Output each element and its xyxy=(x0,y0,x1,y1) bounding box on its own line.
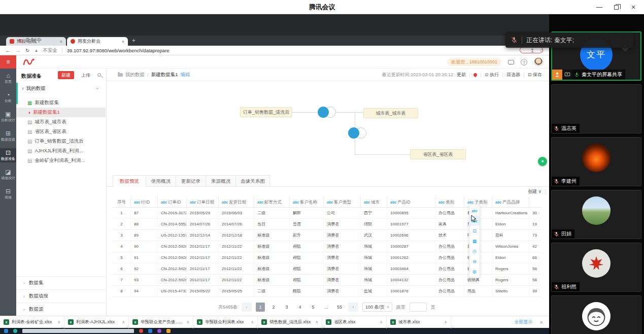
tree-item[interactable]: ▤省区表_省区表 xyxy=(16,127,106,137)
edit-link[interactable]: 编辑 xyxy=(180,72,190,78)
start-button-icon[interactable] xyxy=(4,329,8,333)
back-icon[interactable]: ← xyxy=(5,47,11,53)
tab-使用概况[interactable]: 使用概况 xyxy=(146,175,176,187)
chevron-up-icon[interactable]: ∧ xyxy=(122,320,125,324)
panel-section-数据源[interactable]: ›数据源 xyxy=(16,303,106,316)
page-3[interactable]: 3 xyxy=(282,303,291,312)
message-icon[interactable] xyxy=(508,60,514,64)
taskbar-search-box[interactable] xyxy=(22,329,134,333)
minimize-icon[interactable]: — xyxy=(596,4,603,11)
page-2[interactable]: 2 xyxy=(269,303,278,312)
windows-taskbar[interactable] xyxy=(0,328,549,334)
url-text[interactable]: 39.107.92.97:8080/web/workbench/dataprep… xyxy=(67,48,170,53)
column-header[interactable]: abc产品品牌 xyxy=(492,197,529,208)
column-header[interactable]: abc邮寄方式 xyxy=(254,197,290,208)
page-...[interactable]: ... xyxy=(322,303,331,312)
page-55[interactable]: 55 xyxy=(335,303,344,312)
security-label[interactable]: 不安全 xyxy=(43,47,57,54)
save-button[interactable]: ⊡ 保存 xyxy=(528,72,542,78)
add-folder-icon[interactable]: + xyxy=(96,85,99,91)
jump-page-input[interactable] xyxy=(410,303,427,312)
calendar-type-icon[interactable]: ▦ xyxy=(469,236,480,246)
chevron-up-icon[interactable]: ∧ xyxy=(57,320,60,324)
join-node-icon[interactable] xyxy=(318,107,336,118)
taskbar-app-icon[interactable] xyxy=(139,329,143,333)
tab-更新记录[interactable]: 更新记录 xyxy=(176,175,206,187)
page-1[interactable]: 1 xyxy=(256,303,265,312)
participant-tile[interactable]: 田娟 xyxy=(551,190,641,239)
filter-button[interactable]: 筛选器 xyxy=(506,72,520,78)
taskbar-app-icon[interactable] xyxy=(148,329,152,333)
download-file-tab[interactable]: x华预联众利润表.xlsx∧ xyxy=(193,316,258,328)
prev-page-icon[interactable]: ‹ xyxy=(242,303,252,312)
sidebar-item-7[interactable]: ⊟填报 xyxy=(0,187,16,201)
participant-tile[interactable]: 温志英 xyxy=(551,84,641,133)
tree-root[interactable]: ∨我的数据 xyxy=(21,85,46,92)
download-file-tab[interactable]: x利润表-AJHXJL.xlsx∧ xyxy=(64,316,129,328)
abc-type-icon[interactable]: abc xyxy=(469,206,480,216)
download-file-tab[interactable]: x销售数据_清洗后.xlsx∧ xyxy=(258,316,322,328)
column-header[interactable]: 序号 xyxy=(113,197,131,208)
tab-来源概况[interactable]: 来源概况 xyxy=(206,175,236,187)
exclude-type-icon[interactable]: ⊖ xyxy=(469,256,480,266)
participant-tile[interactable]: 祖利然 xyxy=(551,243,641,292)
column-header[interactable]: abc客户类型 xyxy=(324,197,361,208)
tree-item[interactable]: ▤订单_销售数据_清洗后 xyxy=(16,137,106,146)
flow-node-province[interactable]: 省区表_省区表 xyxy=(410,149,466,159)
flow-node-orders[interactable]: 订单_销售数据_清洗后 xyxy=(240,107,292,117)
file-bar-close-icon[interactable]: × xyxy=(540,319,543,325)
info-type-icon[interactable]: ◍ xyxy=(469,266,480,277)
tab-血缘关系图[interactable]: 血缘关系图 xyxy=(235,175,270,187)
column-header[interactable]: abc行ID xyxy=(131,197,158,208)
close-icon[interactable]: × xyxy=(630,3,637,11)
browser-tab-2[interactable]: 用友分析云 × xyxy=(67,37,128,46)
column-header[interactable]: abc类别 xyxy=(435,197,464,208)
app-menu-button[interactable]: ≡ xyxy=(0,55,16,69)
reload-icon[interactable]: ↻ xyxy=(25,48,29,53)
sidebar-item-4[interactable]: ⊞数据连接 xyxy=(0,129,16,143)
download-file-tab[interactable]: x华预联众资产负债....xlsx∧ xyxy=(129,316,193,328)
sidebar-item-2[interactable]: ◔分析 xyxy=(0,90,16,105)
assistant-handle-icon[interactable]: ✦ xyxy=(538,157,547,166)
user-avatar[interactable] xyxy=(534,57,543,66)
page-4[interactable]: 4 xyxy=(295,303,304,312)
chevron-up-icon[interactable]: ∧ xyxy=(186,320,189,324)
taskbar-app-icon[interactable] xyxy=(157,329,161,333)
tree-item[interactable]: ▤AJHXJL利润表_利润... xyxy=(16,146,106,156)
taskbar-app-icon[interactable] xyxy=(166,329,171,333)
join-node-icon[interactable] xyxy=(348,127,367,139)
chevron-up-icon[interactable]: ∧ xyxy=(315,320,318,324)
clock-type-icon[interactable]: ◷ xyxy=(469,246,480,256)
download-file-tab[interactable]: x利润表-金岭矿业.xlsx∧ xyxy=(0,316,64,328)
tree-item[interactable]: ▤城市表_城市表 xyxy=(16,117,106,127)
column-header[interactable]: abc产品ID xyxy=(387,197,435,208)
run-button[interactable]: ⊙ 执行 xyxy=(485,72,499,78)
table-row[interactable]: 894US-2015-47337222015/05/222015/05/25二级… xyxy=(113,286,541,297)
column-header[interactable] xyxy=(529,197,541,208)
grid-type-icon[interactable]: ⊡ xyxy=(469,226,480,236)
panel-section-数据填报[interactable]: ›数据填报 xyxy=(16,289,106,303)
download-file-tab[interactable]: x城市表.xlsx∧ xyxy=(387,316,451,328)
participant-tile[interactable]: 李建州 xyxy=(551,137,641,186)
tab-close-icon[interactable]: × xyxy=(60,39,62,44)
forward-icon[interactable]: → xyxy=(15,47,21,53)
pin-icon[interactable] xyxy=(472,73,478,78)
search-icon[interactable] xyxy=(97,73,101,77)
chevron-up-icon[interactable]: ∧ xyxy=(380,320,383,324)
chevron-up-icon[interactable]: ∧ xyxy=(251,320,254,324)
tab-close-icon[interactable]: × xyxy=(122,39,124,44)
tree-item[interactable]: ◑新建数据集1 xyxy=(16,108,106,117)
column-header[interactable]: abc发货日期 xyxy=(219,197,254,208)
download-file-tab[interactable]: x省区表.xlsx∧ xyxy=(322,316,387,328)
breadcrumb-root[interactable]: 我的数据 xyxy=(125,72,145,78)
sidebar-item-5[interactable]: ⊡数据准备 xyxy=(0,148,16,162)
show-all-link[interactable]: 全部显示 xyxy=(515,319,533,325)
sidebar-item-1[interactable]: ⌂首页 xyxy=(0,71,16,85)
toolbar-创建[interactable]: 创建 ∨ xyxy=(528,188,541,195)
new-dataset-button[interactable]: 新建 xyxy=(58,71,74,79)
help-icon[interactable]: ? xyxy=(521,59,527,65)
sidebar-item-6[interactable]: ◪填报设计 xyxy=(0,168,16,182)
column-header[interactable]: abc城市 xyxy=(361,197,387,208)
tree-item[interactable]: ▤金岭矿业利润表_利润... xyxy=(16,156,106,165)
column-header[interactable]: abc订单ID xyxy=(158,197,187,208)
